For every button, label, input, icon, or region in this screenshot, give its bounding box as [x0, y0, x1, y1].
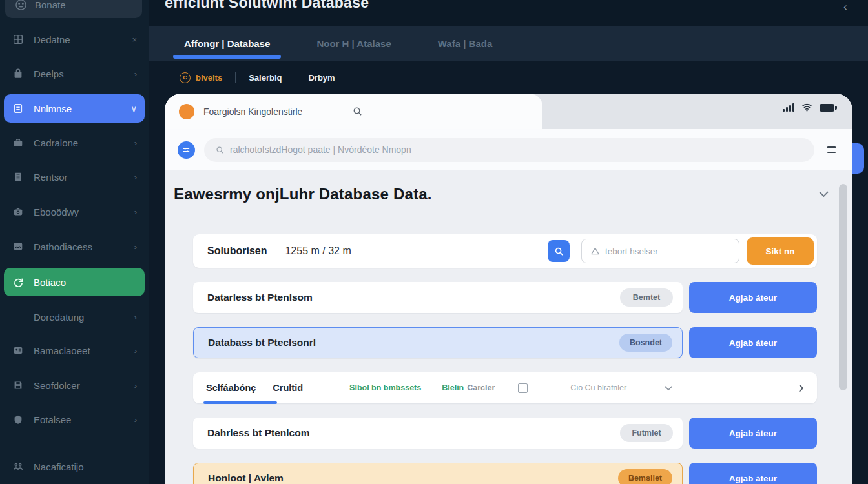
sidebar-item-dathodiacess[interactable]: Dathodiacess ›	[4, 232, 145, 261]
browser-tab-title: Foargiolsn Kingolenstirle	[203, 106, 302, 117]
database-row-line: Databass bt Pteclsonrl Bosndet Agjab áte…	[193, 327, 817, 358]
row-title: Databass bt Pteclsonrl	[208, 337, 316, 348]
chevron-right-icon[interactable]: ›	[134, 312, 137, 322]
filter-tab-active[interactable]: Sclfáabónç	[206, 383, 256, 393]
sidebar-item-dedatne[interactable]: Dedatne ×	[4, 25, 145, 54]
toolbar-item-drbym[interactable]: Drbym	[308, 73, 335, 83]
browser-tab[interactable]: Foargiolsn Kingolenstirle	[165, 94, 542, 129]
filter-green-link[interactable]: Slbol bn bmbssets	[349, 383, 421, 392]
apply-button[interactable]: Agjab áteur	[689, 282, 817, 313]
database-row-line: Dahrless bt Ptenlcom Futmlet Agjab áteur	[193, 418, 817, 449]
chevron-right-icon[interactable]: ›	[134, 207, 137, 217]
sidebar-profile-label: Bonate	[35, 0, 66, 10]
lock-icon	[12, 413, 25, 426]
database-row-selected[interactable]: Databass bt Pteclsonrl Bosndet	[193, 327, 683, 358]
chevron-down-icon[interactable]	[818, 190, 829, 197]
wifi-icon	[801, 103, 812, 112]
header-tabbar: Affongr | Database Noor H | Atalase Wafa…	[149, 26, 868, 61]
content-card: Foargiolsn Kingolenstirle	[165, 94, 852, 484]
collapse-chevron-icon[interactable]: ‹	[843, 1, 852, 14]
id-card-icon	[12, 344, 25, 357]
search-icon	[216, 146, 224, 154]
database-row-warning[interactable]: Honloot | Avlem Bemsliet	[193, 463, 683, 484]
status-badge[interactable]: Futmlet	[620, 424, 673, 442]
filter-tab-second[interactable]: Crultid	[273, 383, 303, 393]
apply-button[interactable]: Agjab áteur	[689, 327, 817, 358]
sidebar-item-label: Seofdolcer	[34, 380, 80, 391]
alert-icon	[591, 247, 599, 255]
sidebar-item-label: Eotalsee	[34, 414, 71, 425]
checkbox[interactable]	[518, 383, 528, 393]
file-icon	[12, 102, 25, 115]
sidebar-item-bamaclaoeet[interactable]: Bamaclaoeet ›	[4, 336, 145, 365]
chevron-down-icon[interactable]: ∨	[130, 104, 137, 114]
menu-icon[interactable]	[827, 146, 836, 153]
chevron-right-icon[interactable]: ›	[134, 138, 137, 148]
chevron-right-icon[interactable]: ›	[134, 172, 137, 182]
sidebar-item-cadralone[interactable]: Cadralone ›	[4, 128, 145, 157]
divider	[294, 72, 295, 83]
sidebar-profile-card[interactable]: Bonate	[5, 0, 142, 18]
sidebar-item-rentsor[interactable]: Rentsor ›	[4, 163, 145, 191]
site-favicon	[179, 104, 194, 119]
content-heading: Eawesrmy onjLuhr Database Data.	[174, 185, 432, 203]
filter-tabs-row: Sclfáabónç Crultid Slbol bn bmbssets Ble…	[193, 372, 817, 403]
bag-icon	[12, 67, 25, 80]
search-icon[interactable]	[353, 106, 362, 116]
tab-noor-atalase[interactable]: Noor H | Atalase	[316, 26, 391, 61]
sidebar-item-eotalsee[interactable]: Eotalsee ›	[4, 405, 145, 434]
submit-button[interactable]: Sikt nn	[747, 237, 814, 265]
chevron-right-icon[interactable]: ›	[134, 242, 137, 252]
sidebar-item-label: Botiaco	[34, 277, 66, 288]
status-badge[interactable]: Bosndet	[619, 334, 672, 352]
search-button[interactable]	[548, 240, 570, 262]
copyright-icon: C	[180, 72, 191, 83]
toolbar-item-salerbiq[interactable]: Salerbiq	[249, 73, 282, 83]
signal-icon	[783, 103, 794, 112]
scrollbar-thumb[interactable]	[839, 184, 847, 390]
chevron-down-icon[interactable]	[664, 385, 673, 391]
sidebar-item-doredatung[interactable]: Doredatung ›	[4, 303, 145, 331]
chevron-right-icon[interactable]	[798, 383, 804, 393]
apply-button[interactable]: Agjab áteur	[689, 418, 817, 449]
sidebar-item-label: Rentsor	[34, 172, 68, 183]
filter-pair-gray: Carcler	[467, 383, 495, 392]
sidebar-item-label: Dathodiacess	[34, 241, 92, 252]
close-icon[interactable]: ×	[132, 35, 137, 45]
sidebar-item-nacaficatijo[interactable]: Nacaficatijo	[4, 452, 145, 481]
refresh-icon	[12, 276, 25, 288]
chevron-right-icon[interactable]: ›	[134, 415, 137, 425]
apply-button[interactable]: Agjab áteur	[689, 463, 817, 484]
sidebar-item-label: Doredatung	[34, 312, 84, 323]
database-row-line: Honloot | Avlem Bemsliet Agjab áteur	[193, 463, 817, 484]
app-header: efficiunt Solutwint Database	[149, 0, 868, 26]
filter-input[interactable]: tebort hselser	[581, 239, 739, 263]
url-input[interactable]: ralchotofstzdHogot paate | Nvórdéote Nmo…	[204, 138, 814, 162]
chevron-right-icon[interactable]: ›	[134, 381, 137, 390]
chevron-right-icon[interactable]: ›	[134, 69, 137, 79]
chevron-right-icon[interactable]: ›	[134, 346, 137, 356]
sidebar-item-nnlmnse-active[interactable]: Nnlmnse ∨	[4, 94, 145, 123]
status-badge[interactable]: Bemsliet	[618, 469, 672, 484]
building-icon	[12, 170, 25, 183]
filter-dropdown-label[interactable]: Cio Cu blrafnler	[570, 383, 626, 392]
tab-wafa-bada[interactable]: Wafa | Bada	[438, 26, 493, 61]
toolbar-item-bivelts[interactable]: bivelts	[196, 73, 222, 83]
sidebar-item-deelps[interactable]: Deelps ›	[4, 59, 145, 88]
sliders-icon[interactable]	[178, 141, 195, 159]
sidebar-item-botiaco-active[interactable]: Botiaco	[4, 268, 145, 296]
grid-icon	[12, 33, 25, 46]
database-row[interactable]: Dahrless bt Ptenlcom Futmlet	[193, 418, 683, 449]
users-icon	[12, 460, 25, 473]
row-title: Dahrless bt Ptenlcom	[207, 427, 310, 439]
tab-affongr-database[interactable]: Affongr | Database	[184, 26, 270, 61]
database-row[interactable]: Datarless bt Ptenlsom Bemtet	[193, 282, 683, 313]
sidebar-item-eboodwy[interactable]: Ebooödwy ›	[4, 197, 145, 226]
search-row-value: 1255 m / 32 m	[285, 245, 351, 257]
status-badge[interactable]: Bemtet	[620, 288, 673, 307]
sidebar-item-seofdolcer[interactable]: Seofdolcer ›	[4, 371, 145, 399]
sidebar-item-label: Nnlmnse	[34, 103, 72, 114]
address-bar-row: ralchotofstzdHogot paate | Nvórdéote Nmo…	[165, 129, 852, 170]
filter-pair[interactable]: BlelinCarcler	[442, 383, 495, 392]
search-row: Soluborisen 1255 m / 32 m tebort hselser…	[193, 234, 817, 268]
